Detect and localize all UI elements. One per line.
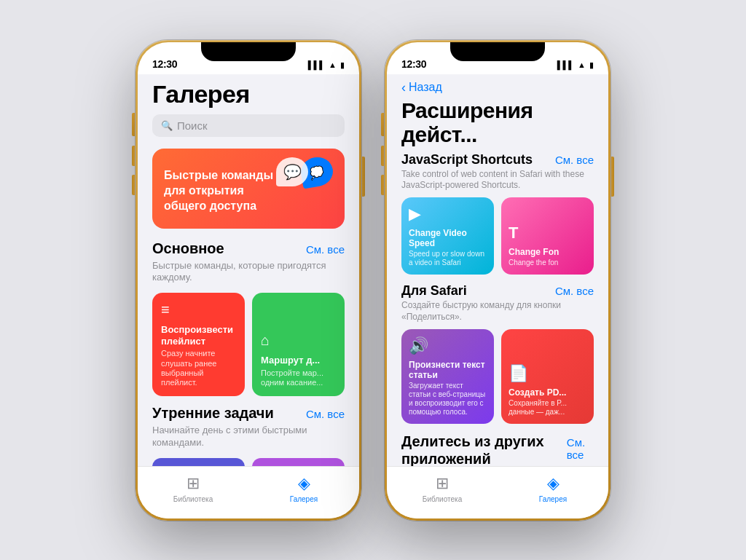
safari-section-header: Для Safari См. все — [401, 283, 594, 299]
phone-1-screen: 12:30 ▌▌▌ ▲ ▮ Галерея 🔍 Поиск — [138, 42, 359, 518]
cards-row-1: ≡ Воспроизвести плейлист Сразу начните с… — [152, 293, 345, 396]
card-video-speed[interactable]: ▶ Change Video Speed Speed up or slow do… — [401, 197, 494, 275]
signal-icon: ▌▌▌ — [308, 60, 325, 69]
share-section-header: Делитесь из других приложений См. все — [401, 433, 594, 465]
wifi-icon: ▲ — [329, 60, 337, 69]
back-label: Назад — [409, 81, 442, 94]
tab-library-label-1: Библиотека — [173, 495, 213, 503]
safari-section: Для Safari См. все Создайте быструю кома… — [387, 283, 608, 323]
card-pdf-desc: Сохраняйте в P... данные — даж... — [509, 399, 586, 417]
tab-bar-2: ⊞ Библиотека ◈ Галерея — [387, 466, 608, 518]
safari-section-desc: Создайте быструю команду для кнопки «Под… — [401, 300, 594, 323]
js-section-header: JavaScript Shortcuts См. все — [401, 152, 594, 167]
card-speak-title: Произнести текст статьи — [409, 360, 487, 381]
detail-title: Расширения дейст... — [387, 98, 608, 152]
tab-library-label-2: Библиотека — [423, 495, 462, 503]
pdf-icon: 📄 — [509, 364, 586, 383]
section-header-1: Основное См. все — [152, 240, 345, 257]
card-desc-playlist: Сразу начните слушать ранее выбранный пл… — [161, 349, 236, 387]
gallery-title: Галерея — [152, 80, 345, 109]
section-header-2: Утренние задачи См. все — [152, 405, 345, 422]
card-title-playlist: Воспроизвести плейлист — [161, 324, 236, 347]
speak-icon: 🔊 — [409, 336, 487, 355]
status-time: 12:30 — [152, 58, 177, 70]
card-create-pdf[interactable]: 📄 Создать PD... Сохраняйте в P... данные… — [501, 329, 594, 425]
card-font-title: Change Fon — [509, 247, 586, 257]
js-see-all[interactable]: См. все — [555, 154, 594, 166]
wifi-icon-2: ▲ — [578, 60, 586, 69]
tab-library-1[interactable]: ⊞ Библиотека — [138, 474, 248, 503]
tab-gallery-2[interactable]: ◈ Галерея — [498, 474, 608, 503]
card-video-desc: Speed up or slow down a video in Safari — [409, 250, 487, 267]
power-button-2 — [611, 157, 614, 197]
tab-gallery-label-2: Галерея — [539, 495, 567, 503]
battery-icon: ▮ — [340, 60, 345, 70]
status-icons: ▌▌▌ ▲ ▮ — [308, 60, 345, 70]
vol-down — [132, 175, 135, 195]
gallery-icon-2: ◈ — [547, 474, 560, 493]
see-all-2[interactable]: См. все — [306, 408, 345, 420]
safari-cards: 🔊 Произнести текст статьи Загружает текс… — [401, 329, 594, 425]
share-section: Делитесь из других приложений См. все — [387, 433, 608, 465]
library-icon-2: ⊞ — [436, 474, 449, 493]
notch-2 — [450, 42, 545, 61]
tab-gallery-label-1: Галерея — [290, 495, 318, 503]
card-desc-route: Постройте мар... одним касание... — [261, 368, 336, 387]
font-icon: T — [509, 224, 586, 242]
bubble-white: 💬 — [276, 157, 308, 186]
hero-bubbles: 💬 💭 — [276, 157, 333, 186]
gallery-header: Галерея 🔍 Поиск — [138, 74, 359, 137]
tab-bar-1: ⊞ Библиотека ◈ Галерея — [138, 466, 359, 518]
status-time-2: 12:30 — [401, 58, 426, 70]
morning-cards-placeholder — [152, 458, 345, 466]
card-speak-text[interactable]: 🔊 Произнести текст статьи Загружает текс… — [401, 329, 494, 425]
back-chevron-icon: ‹ — [401, 80, 406, 95]
scroll-area-1: Галерея 🔍 Поиск 💬 💭 — [138, 74, 359, 466]
search-placeholder: Поиск — [177, 119, 208, 132]
section-desc-2: Начинайте день с этими быстрыми командам… — [152, 425, 345, 449]
hero-text: Быстрые команды для открытия общего дост… — [164, 168, 274, 213]
card-change-font[interactable]: T Change Fon Change the fon — [501, 197, 594, 275]
scroll-area-2: ‹ Назад Расширения дейст... JavaScript S… — [387, 74, 608, 466]
js-section-title: JavaScript Shortcuts — [401, 152, 533, 167]
tab-gallery-1[interactable]: ◈ Галерея — [248, 474, 359, 503]
power-button — [362, 157, 365, 197]
section-title-1: Основное — [152, 240, 224, 257]
notch — [201, 42, 296, 61]
volume-buttons-2 — [381, 146, 384, 195]
card-font-desc: Change the fon — [509, 259, 586, 267]
vol-up — [132, 146, 135, 166]
card-speak-desc: Загружает текст статьи с веб-страницы и … — [409, 382, 487, 417]
section-desc-1: Быстрые команды, которые пригодятся кажд… — [152, 260, 345, 285]
gallery-screen: Галерея 🔍 Поиск 💬 💭 — [138, 74, 359, 466]
search-icon: 🔍 — [161, 120, 173, 131]
back-nav[interactable]: ‹ Назад — [387, 74, 608, 98]
card-pdf-title: Создать PD... — [509, 387, 586, 398]
card-route[interactable]: ⌂ Маршрут д... Постройте мар... одним ка… — [252, 293, 345, 396]
playlist-icon: ≡ — [161, 301, 236, 318]
detail-screen: ‹ Назад Расширения дейст... JavaScript S… — [387, 74, 608, 466]
volume-buttons — [132, 146, 135, 195]
phone-2-screen: 12:30 ▌▌▌ ▲ ▮ ‹ Назад — [387, 42, 608, 518]
section-morning: Утренние задачи См. все Начинайте день с… — [138, 405, 359, 449]
card-playlist[interactable]: ≡ Воспроизвести плейлист Сразу начните с… — [152, 293, 245, 396]
safari-see-all[interactable]: См. все — [555, 285, 594, 297]
library-icon-1: ⊞ — [186, 474, 200, 493]
see-all-1[interactable]: См. все — [306, 243, 345, 256]
share-title: Делитесь из других приложений — [401, 433, 567, 465]
safari-section-title: Для Safari — [401, 283, 467, 299]
tab-library-2[interactable]: ⊞ Библиотека — [387, 474, 498, 503]
vol-up-2 — [381, 146, 384, 166]
card-title-route: Маршрут д... — [261, 355, 336, 366]
search-bar[interactable]: 🔍 Поиск — [152, 114, 345, 137]
js-section: JavaScript Shortcuts См. все Take contro… — [387, 152, 608, 192]
battery-icon-2: ▮ — [589, 60, 594, 70]
share-see-all[interactable]: См. все — [567, 436, 594, 461]
js-section-desc: Take control of web content in Safari wi… — [401, 169, 594, 192]
route-icon: ⌂ — [261, 332, 336, 349]
section-title-2: Утренние задачи — [152, 405, 274, 422]
gallery-icon-1: ◈ — [298, 474, 310, 493]
section-osnovnoe: Основное См. все Быстрые команды, которы… — [138, 240, 359, 285]
hero-card[interactable]: 💬 💭 Быстрые команды для открытия общего … — [152, 149, 345, 229]
status-icons-2: ▌▌▌ ▲ ▮ — [557, 60, 594, 70]
